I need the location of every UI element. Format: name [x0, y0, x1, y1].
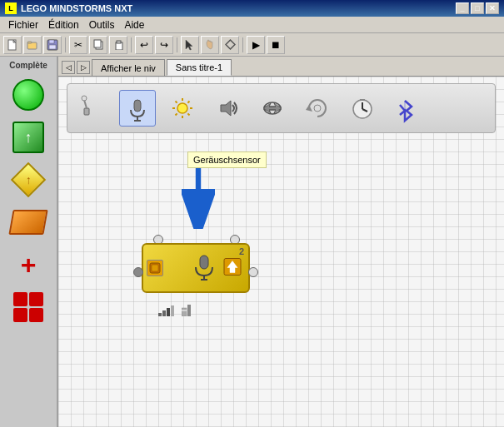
- redo-button[interactable]: ↪: [155, 36, 173, 54]
- svg-point-34: [314, 105, 321, 112]
- palette-label: Complète: [9, 61, 47, 70]
- tab-nav-prev[interactable]: ◁: [62, 61, 75, 74]
- start-block-icon: [12, 79, 44, 111]
- svg-rect-44: [152, 265, 158, 271]
- svg-line-23: [176, 102, 177, 103]
- svg-point-14: [82, 96, 87, 101]
- tab-untitled[interactable]: Sans titre-1: [167, 59, 232, 76]
- tab-bar: ◁ ▷ Afficher le niv Sans titre-1: [58, 57, 504, 77]
- upload-block-icon: ↑: [12, 122, 44, 153]
- select-shape-button[interactable]: [221, 36, 239, 54]
- menu-fichier[interactable]: Fichier: [3, 17, 43, 32]
- maximize-button[interactable]: □: [471, 2, 484, 14]
- sep4: [242, 37, 243, 52]
- close-button[interactable]: ✕: [486, 2, 499, 14]
- connector-left: [133, 267, 143, 277]
- block-indicator-1: [147, 260, 163, 276]
- arrow-indicator: [182, 162, 215, 229]
- switch-block-icon: [8, 210, 47, 235]
- title-bar: L LEGO MINDSTORMS NXT _ □ ✕: [0, 0, 504, 17]
- svg-rect-15: [134, 100, 141, 112]
- sep3: [177, 37, 177, 52]
- svg-marker-33: [306, 105, 312, 112]
- tooltip: Geräuschsensor: [187, 151, 267, 168]
- menu-bar: Fichier Édition Outils Aide: [0, 17, 504, 33]
- copy-button[interactable]: [89, 36, 107, 54]
- window-controls: _ □ ✕: [456, 2, 499, 14]
- canvas-area[interactable]: Geräuschsensor: [58, 77, 504, 427]
- lamp-sensor-icon[interactable]: [74, 90, 111, 127]
- svg-line-24: [187, 113, 189, 115]
- speaker-sensor-icon[interactable]: [209, 90, 246, 127]
- svg-rect-12: [84, 108, 89, 115]
- tab-nav-next[interactable]: ▷: [77, 61, 90, 74]
- minimize-button[interactable]: _: [456, 2, 469, 14]
- palette-start-block[interactable]: [8, 75, 48, 115]
- main-area: Complète ↑ ↑: [0, 57, 504, 427]
- svg-line-25: [187, 102, 189, 103]
- tooltip-text: Geräuschsensor: [193, 155, 261, 165]
- palette-upload-block[interactable]: ↑: [8, 117, 48, 157]
- svg-marker-27: [221, 101, 231, 116]
- svg-marker-10: [186, 40, 192, 50]
- timer-sensor-icon[interactable]: [344, 90, 381, 127]
- stop-button[interactable]: ⏹: [267, 36, 285, 54]
- svg-rect-53: [171, 305, 174, 316]
- undo-button[interactable]: ↩: [135, 36, 153, 54]
- light-sensor-icon[interactable]: [164, 90, 201, 127]
- app-icon: L: [5, 2, 17, 14]
- content-area: ◁ ▷ Afficher le niv Sans titre-1: [58, 57, 504, 427]
- svg-rect-2: [27, 42, 32, 43]
- palette-stop-block[interactable]: [8, 245, 48, 285]
- nxt-block-body[interactable]: 2: [142, 243, 250, 293]
- svg-line-13: [84, 100, 87, 108]
- svg-line-26: [176, 113, 177, 115]
- cut-button[interactable]: ✂: [69, 36, 87, 54]
- hand-tool-button[interactable]: [201, 36, 219, 54]
- comment-block-icon: [13, 292, 43, 322]
- svg-rect-4: [49, 40, 54, 43]
- block-number: 2: [239, 246, 244, 256]
- new-button[interactable]: [3, 36, 22, 54]
- cursor-tool-button[interactable]: [181, 36, 199, 54]
- svg-rect-54: [182, 308, 187, 316]
- svg-rect-5: [49, 45, 56, 49]
- paste-button[interactable]: [109, 36, 127, 54]
- menu-aide[interactable]: Aide: [119, 17, 149, 32]
- loop-block-icon: ↑: [11, 162, 46, 197]
- rotation-sensor-icon[interactable]: [299, 90, 336, 127]
- left-palette: Complète ↑ ↑: [0, 57, 58, 427]
- main-toolbar: ✂ ↩ ↪ ▶ ⏹: [0, 33, 504, 57]
- palette-loop-block[interactable]: ↑: [8, 160, 48, 200]
- run-button[interactable]: ▶: [247, 36, 265, 54]
- menu-outils[interactable]: Outils: [84, 17, 120, 32]
- svg-line-40: [400, 105, 405, 111]
- block-bottom-bar: [158, 305, 195, 316]
- sound-sensor-icon[interactable]: [119, 90, 156, 127]
- directional-sensor-icon[interactable]: [254, 90, 291, 127]
- svg-rect-55: [187, 305, 191, 316]
- open-button[interactable]: [23, 36, 42, 54]
- svg-rect-51: [162, 310, 166, 316]
- menu-edition[interactable]: Édition: [43, 17, 84, 32]
- tab-view[interactable]: Afficher le niv: [92, 59, 165, 76]
- svg-rect-50: [158, 313, 162, 316]
- svg-rect-52: [167, 308, 170, 316]
- sensor-strip: [67, 83, 496, 133]
- bluetooth-sensor-icon[interactable]: [389, 90, 426, 127]
- svg-point-18: [177, 103, 187, 113]
- placed-block[interactable]: 2: [142, 243, 250, 301]
- connector-right: [248, 267, 258, 277]
- svg-rect-7: [94, 40, 101, 47]
- svg-rect-45: [200, 256, 208, 269]
- palette-comment-block[interactable]: [8, 287, 48, 327]
- window-title: LEGO MINDSTORMS NXT: [21, 3, 132, 13]
- svg-marker-11: [226, 40, 235, 49]
- sep1: [65, 37, 66, 52]
- sep2: [131, 37, 132, 52]
- stop-block-icon: [12, 249, 44, 281]
- palette-switch-block[interactable]: [8, 202, 48, 242]
- svg-rect-9: [117, 41, 121, 43]
- save-button[interactable]: [43, 36, 62, 54]
